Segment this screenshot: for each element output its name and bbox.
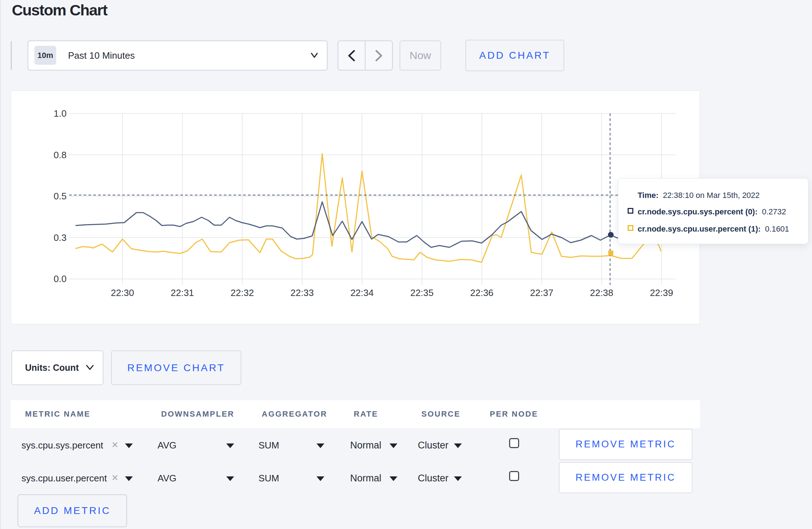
svg-text:22:30: 22:30 — [111, 287, 134, 298]
svg-text:22:35: 22:35 — [410, 287, 434, 298]
svg-text:22:37: 22:37 — [530, 287, 554, 298]
svg-text:22:34: 22:34 — [351, 287, 374, 298]
svg-text:0.3: 0.3 — [54, 232, 67, 243]
svg-text:22:39: 22:39 — [650, 287, 673, 298]
svg-text:22:38: 22:38 — [590, 287, 613, 298]
svg-text:0.0: 0.0 — [54, 273, 67, 284]
svg-text:22:33: 22:33 — [290, 287, 314, 298]
svg-text:0.8: 0.8 — [54, 150, 67, 160]
svg-text:22:31: 22:31 — [171, 287, 194, 298]
svg-text:1.0: 1.0 — [54, 108, 67, 119]
svg-text:22:32: 22:32 — [231, 287, 254, 298]
svg-text:22:36: 22:36 — [470, 287, 493, 298]
svg-text:0.5: 0.5 — [54, 191, 67, 202]
